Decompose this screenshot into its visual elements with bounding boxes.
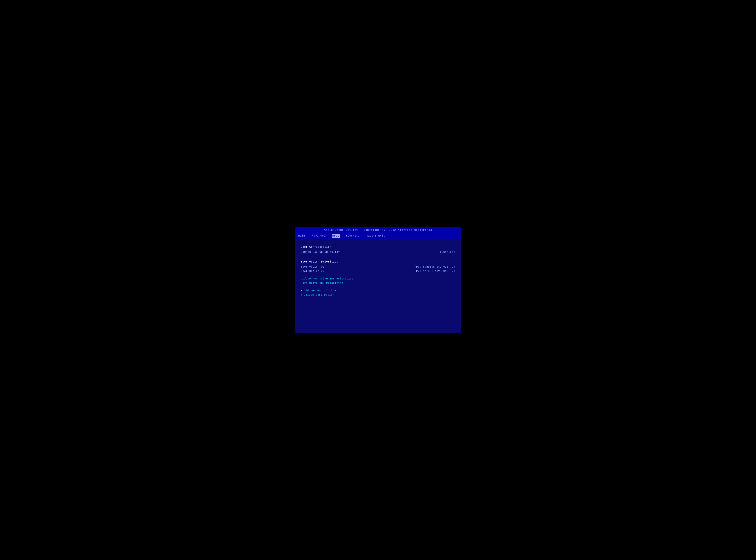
spacer1 xyxy=(301,254,455,257)
add-new-boot-option-label[interactable]: Add New Boot Option xyxy=(304,289,336,292)
hard-drive-label[interactable]: Hard Drive BBS Priorities xyxy=(301,282,343,284)
boot-option1-value: [P0: SanDisk SSD U10...] xyxy=(414,265,455,268)
cd-dvd-label[interactable]: CD/DVD ROM Drive BBS Priorities xyxy=(301,277,353,280)
bios-container: Aptio Setup Utility - Copyright (C) 2012… xyxy=(295,227,461,333)
nav-main[interactable]: Main xyxy=(298,234,306,238)
boot-option2-row: Boot Option #2 [P2: MATSHITADVD-RAM...] xyxy=(301,269,455,273)
launch-pxe-label[interactable]: Launch PXE OpROM policy xyxy=(301,251,340,254)
cd-dvd-row: CD/DVD ROM Drive BBS Priorities xyxy=(301,277,455,281)
boot-option2-value: [P2: MATSHITADVD-RAM...] xyxy=(414,270,455,273)
nav-security[interactable]: Security xyxy=(345,234,360,238)
section-boot-config: Boot Configuration xyxy=(301,245,455,248)
spacer2 xyxy=(301,273,455,277)
spacer3 xyxy=(301,285,455,288)
hard-drive-row: Hard Drive BBS Priorities xyxy=(301,281,455,285)
boot-option1-label[interactable]: Boot Option #1 xyxy=(301,265,325,268)
nav-bar: Main Advanced Boot Security Save & Exit xyxy=(295,233,461,239)
screen-wrapper: Aptio Setup Utility - Copyright (C) 2012… xyxy=(291,223,465,337)
arrow-delete-icon: ► xyxy=(301,294,302,296)
section-boot-priorities: Boot Option Priorities xyxy=(301,260,455,263)
nav-boot[interactable]: Boot xyxy=(332,234,340,238)
launch-pxe-value: [Enabled] xyxy=(440,251,455,254)
add-new-boot-option-row: ► Add New Boot Option xyxy=(301,288,455,293)
arrow-add-icon: ► xyxy=(301,289,302,292)
delete-boot-option-row: ► Delete Boot Option xyxy=(301,293,455,297)
boot-option1-row: Boot Option #1 [P0: SanDisk SSD U10...] xyxy=(301,265,455,269)
content-area: Boot Configuration Launch PXE OpROM poli… xyxy=(295,239,461,333)
delete-boot-option-label[interactable]: Delete Boot Option xyxy=(304,294,334,296)
nav-advanced[interactable]: Advanced xyxy=(311,234,326,238)
boot-option2-label[interactable]: Boot Option #2 xyxy=(301,270,325,273)
title-text: Aptio Setup Utility - Copyright (C) 2012… xyxy=(324,228,432,232)
title-bar: Aptio Setup Utility - Copyright (C) 2012… xyxy=(295,227,461,233)
launch-pxe-row: Launch PXE OpROM policy [Enabled] xyxy=(301,250,455,254)
nav-save-exit[interactable]: Save & Exit xyxy=(366,234,386,238)
